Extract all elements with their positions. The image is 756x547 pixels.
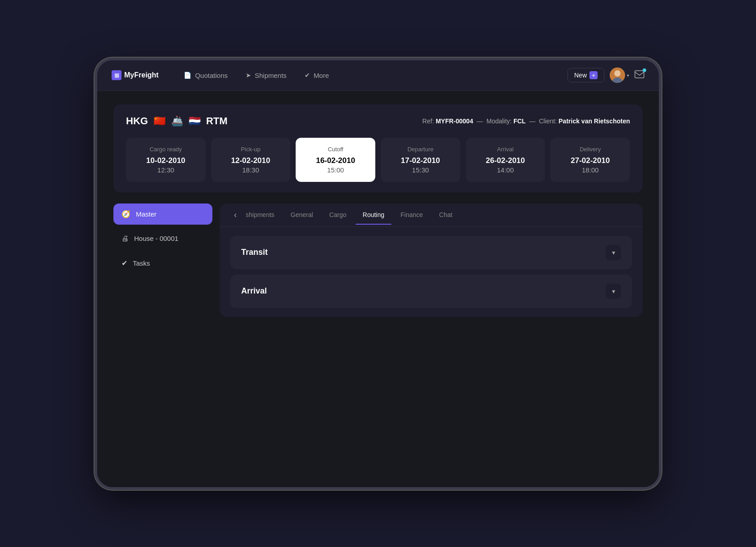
tab-back-button[interactable]: ‹	[230, 208, 240, 222]
timeline-arrival: Arrival 26-02-2010 14:00	[466, 138, 545, 182]
sidebar-item-house[interactable]: 🖨 House - 00001	[113, 228, 212, 249]
ref-info: Ref: MYFR-00004 — Modality: FCL — Client…	[423, 118, 630, 125]
cutoff-label: Cutoff	[303, 146, 368, 153]
transit-expand-button[interactable]: ▾	[606, 245, 621, 260]
timeline-cargo-ready: Cargo ready 10-02-2010 12:30	[126, 138, 206, 182]
logo-icon: ▦	[112, 70, 122, 80]
new-label: New	[574, 72, 587, 79]
modality-label: Modality:	[486, 118, 512, 125]
destination-code: RTM	[206, 115, 228, 127]
shipment-header: HKG 🇨🇳 🚢 🇳🇱 RTM Ref: MYFR-00004 — Modali…	[126, 115, 630, 127]
pickup-label: Pick-up	[218, 146, 284, 153]
avatar-chevron-icon: ▾	[627, 73, 629, 78]
transit-title: Transit	[241, 248, 268, 257]
right-panel: ‹ shipments General Cargo Routing Financ…	[220, 203, 643, 317]
timeline-departure: Departure 17-02-2010 15:30	[381, 138, 460, 182]
departure-date: 17-02-2010	[388, 156, 453, 165]
content-row: 🧭 Master 🖨 House - 00001 ✔ Tasks ‹ shipm…	[113, 203, 643, 317]
quotations-icon: 📄	[184, 72, 191, 79]
client-value: Patrick van Rietschoten	[558, 118, 630, 125]
more-label: More	[314, 72, 329, 79]
svg-rect-0	[635, 71, 644, 78]
panel-body: Transit ▾ Arrival ▾	[220, 227, 643, 317]
delivery-time: 18:00	[558, 166, 623, 174]
departure-time: 15:30	[388, 166, 453, 174]
shipment-card: HKG 🇨🇳 🚢 🇳🇱 RTM Ref: MYFR-00004 — Modali…	[113, 104, 643, 193]
cargo-ready-date: 10-02-2010	[133, 156, 198, 165]
house-icon: 🖨	[122, 235, 129, 243]
master-icon: 🧭	[122, 210, 130, 218]
delivery-date: 27-02-2010	[558, 156, 623, 165]
avatar-face	[610, 68, 625, 83]
tab-finance[interactable]: Finance	[393, 205, 430, 225]
ref-value: MYFR-00004	[436, 118, 473, 125]
client-label: Client:	[539, 118, 557, 125]
arrival-expand-button[interactable]: ▾	[606, 284, 621, 299]
delivery-label: Delivery	[558, 146, 623, 153]
arrival-section: Arrival ▾	[230, 275, 632, 308]
quotations-label: Quotations	[195, 72, 228, 79]
nav-shipments[interactable]: ➤ Shipments	[238, 68, 294, 83]
ref-label: Ref:	[423, 118, 434, 125]
nav-items: 📄 Quotations ➤ Shipments ✔ More	[176, 68, 567, 83]
sidebar-item-tasks[interactable]: ✔ Tasks	[113, 253, 212, 274]
modality-value: FCL	[513, 118, 526, 125]
tasks-icon: ✔	[122, 259, 127, 267]
timeline-cards: Cargo ready 10-02-2010 12:30 Pick-up 12-…	[126, 138, 630, 182]
pickup-time: 18:30	[218, 166, 284, 174]
tab-cargo[interactable]: Cargo	[322, 205, 354, 225]
flag-rtm: 🇳🇱	[189, 115, 201, 127]
cargo-ready-label: Cargo ready	[133, 146, 198, 153]
new-button[interactable]: New +	[567, 68, 604, 82]
tasks-label: Tasks	[133, 259, 150, 267]
avatar	[610, 68, 625, 83]
departure-label: Departure	[388, 146, 453, 153]
arrival-label: Arrival	[473, 146, 538, 153]
device-frame: ▦ MyFreight 📄 Quotations ➤ Shipments ✔ M…	[94, 58, 662, 490]
tab-routing[interactable]: Routing	[356, 205, 392, 225]
plus-icon: +	[590, 71, 598, 79]
timeline-cutoff: Cutoff 16-02-2010 15:00	[296, 138, 375, 182]
logo-text: MyFreight	[124, 71, 158, 79]
breadcrumb: shipments	[246, 211, 274, 218]
origin-code: HKG	[126, 115, 148, 127]
house-label: House - 00001	[134, 235, 178, 242]
transit-section: Transit ▾	[230, 236, 632, 269]
master-label: Master	[136, 210, 157, 218]
tab-general[interactable]: General	[284, 205, 320, 225]
left-sidebar: 🧭 Master 🖨 House - 00001 ✔ Tasks	[113, 203, 212, 317]
arrival-section-title: Arrival	[241, 286, 267, 296]
cargo-ready-time: 12:30	[133, 166, 198, 174]
arrival-date: 26-02-2010	[473, 156, 538, 165]
tab-chat[interactable]: Chat	[432, 205, 460, 225]
timeline-delivery: Delivery 27-02-2010 18:00	[550, 138, 630, 182]
main-content: HKG 🇨🇳 🚢 🇳🇱 RTM Ref: MYFR-00004 — Modali…	[97, 91, 659, 487]
shipments-icon: ➤	[246, 72, 251, 79]
logo: ▦ MyFreight	[112, 70, 158, 80]
topbar-right: New + ▾	[567, 68, 644, 83]
nav-more[interactable]: ✔ More	[297, 68, 336, 83]
cutoff-date: 16-02-2010	[303, 156, 368, 165]
pickup-date: 12-02-2010	[218, 156, 284, 165]
sidebar-item-master[interactable]: 🧭 Master	[113, 203, 212, 225]
arrival-time: 14:00	[473, 166, 538, 174]
shipments-label: Shipments	[255, 72, 287, 79]
timeline-pickup: Pick-up 12-02-2010 18:30	[211, 138, 291, 182]
nav-quotations[interactable]: 📄 Quotations	[176, 68, 235, 83]
mail-badge	[643, 68, 646, 72]
topbar: ▦ MyFreight 📄 Quotations ➤ Shipments ✔ M…	[97, 60, 659, 91]
more-icon: ✔	[305, 72, 310, 79]
avatar-button[interactable]: ▾	[610, 68, 629, 83]
route-info: HKG 🇨🇳 🚢 🇳🇱 RTM	[126, 115, 228, 127]
mail-button[interactable]	[634, 70, 644, 80]
flag-hkg: 🇨🇳	[153, 115, 166, 127]
ship-icon: 🚢	[171, 115, 183, 127]
cutoff-time: 15:00	[303, 166, 368, 174]
tab-bar: ‹ shipments General Cargo Routing Financ…	[220, 203, 643, 227]
